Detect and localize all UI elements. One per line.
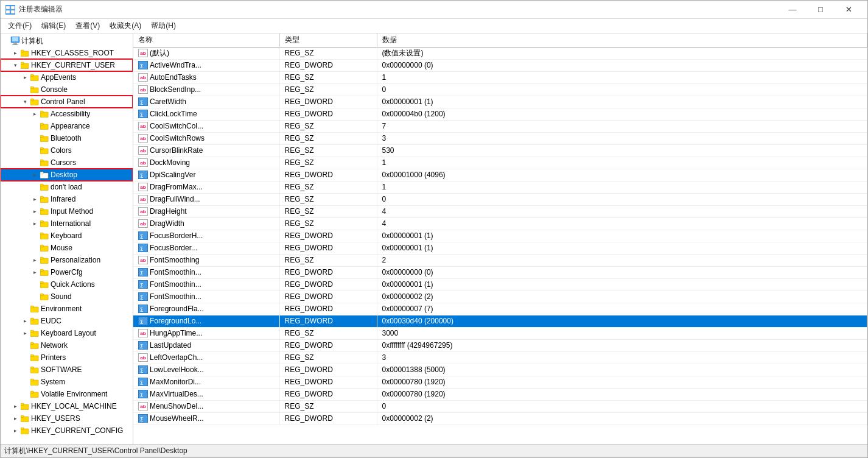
tree-node-Console[interactable]: Console <box>1 83 133 96</box>
table-row[interactable]: abFontSmoothingREG_SZ2 <box>133 254 867 266</box>
tree-node-International[interactable]: ▸ International <box>1 217 133 230</box>
tree-node-Accessibility[interactable]: ▸ Accessibility <box>1 108 133 120</box>
table-row[interactable]: ∑ CaretWidthREG_DWORD0x00000001 (1) <box>133 96 867 108</box>
expand-icon-EUDC[interactable]: ▸ <box>20 316 30 326</box>
expand-icon-System[interactable] <box>20 377 30 387</box>
expand-icon-QuickActions[interactable] <box>30 280 40 289</box>
tree-node-SOFTWARE[interactable]: SOFTWARE <box>1 364 133 376</box>
table-row[interactable]: ∑ FontSmoothin...REG_DWORD0x00000001 (1) <box>133 278 867 291</box>
table-row[interactable]: ∑ ForegroundFla...REG_DWORD0x00000007 (7… <box>133 303 867 315</box>
tree-node-VolatileEnvironment[interactable]: Volatile Environment <box>1 388 133 400</box>
table-row[interactable]: abDragFullWind...REG_SZ0 <box>133 193 867 205</box>
table-row[interactable]: abAutoEndTasksREG_SZ1 <box>133 71 867 83</box>
tree-node-dontload[interactable]: don't load <box>1 181 133 193</box>
expand-icon-Personalization[interactable]: ▸ <box>30 255 40 265</box>
expand-icon-HKEY_CLASSES_ROOT[interactable]: ▸ <box>10 48 20 58</box>
expand-icon-Desktop[interactable]: ▸ <box>30 170 40 180</box>
table-row[interactable]: abLeftOverlapCh...REG_SZ3 <box>133 351 867 364</box>
menu-item-E[interactable]: 编辑(E) <box>37 19 71 33</box>
table-row[interactable]: abHungAppTime...REG_SZ3000 <box>133 327 867 339</box>
expand-icon-PowerCfg[interactable]: ▸ <box>30 267 40 277</box>
table-row[interactable]: ∑ ClickLockTimeREG_DWORD0x000004b0 (1200… <box>133 108 867 120</box>
table-row[interactable]: ∑ MaxMonitorDi...REG_DWORD0x00000780 (19… <box>133 376 867 388</box>
menu-item-H[interactable]: 帮助(H) <box>146 19 181 33</box>
expand-icon-HKEY_LOCAL_MACHINE[interactable]: ▸ <box>10 401 20 411</box>
table-row[interactable]: ∑ FontSmoothin...REG_DWORD0x00000000 (0) <box>133 266 867 278</box>
expand-icon-Infrared[interactable]: ▸ <box>30 194 40 204</box>
tree-node-HKEY_CURRENT_CONFIG[interactable]: ▸ HKEY_CURRENT_CONFIG <box>1 425 133 437</box>
tree-node-PowerCfg[interactable]: ▸ PowerCfg <box>1 266 133 278</box>
tree-node-Desktop[interactable]: ▸ Desktop <box>1 169 133 181</box>
table-row[interactable]: abDockMovingREG_SZ1 <box>133 157 867 169</box>
expand-icon-AppEvents[interactable]: ▸ <box>20 72 30 82</box>
expand-icon-Sound[interactable] <box>30 292 40 301</box>
expand-icon-Console[interactable] <box>20 85 30 94</box>
expand-icon-ControlPanel[interactable]: ▾ <box>20 97 30 107</box>
expand-icon-International[interactable]: ▸ <box>30 219 40 228</box>
expand-icon-dontload[interactable] <box>30 182 40 192</box>
expand-icon-Keyboard[interactable] <box>30 231 40 241</box>
tree-pane[interactable]: 计算机▸ HKEY_CLASSES_ROOT▾ HKEY_CURRENT_USE… <box>1 33 133 444</box>
tree-node-Bluetooth[interactable]: Bluetooth <box>1 132 133 144</box>
table-row[interactable]: ∑ LowLevelHook...REG_DWORD0x00001388 (50… <box>133 364 867 376</box>
tree-node-AppEvents[interactable]: ▸ AppEvents <box>1 71 133 83</box>
expand-icon-Bluetooth[interactable] <box>30 133 40 143</box>
tree-node-Cursors[interactable]: Cursors <box>1 157 133 169</box>
tree-node-ControlPanel[interactable]: ▾ Control Panel <box>1 96 133 108</box>
tree-node-Keyboard[interactable]: Keyboard <box>1 230 133 242</box>
table-row[interactable]: abMenuShowDel...REG_SZ0 <box>133 400 867 412</box>
expand-icon-HKEY_USERS[interactable]: ▸ <box>10 414 20 423</box>
content-pane[interactable]: 名称 类型 数据 ab(默认)REG_SZ(数值未设置) ∑ ActiveWnd… <box>133 33 867 444</box>
expand-icon-Appearance[interactable] <box>30 121 40 131</box>
tree-node-HKEY_CLASSES_ROOT[interactable]: ▸ HKEY_CLASSES_ROOT <box>1 47 133 59</box>
tree-node-System[interactable]: System <box>1 376 133 388</box>
table-row[interactable]: ∑ FocusBorderH...REG_DWORD0x00000001 (1) <box>133 230 867 242</box>
table-row[interactable]: ∑ DpiScalingVerREG_DWORD0x00001000 (4096… <box>133 169 867 181</box>
tree-node-Mouse[interactable]: Mouse <box>1 242 133 254</box>
tree-node-Colors[interactable]: Colors <box>1 144 133 157</box>
expand-icon-Environment[interactable] <box>20 304 30 314</box>
expand-icon-HKEY_CURRENT_CONFIG[interactable]: ▸ <box>10 426 20 435</box>
table-row[interactable]: ∑ ForegroundLo...REG_DWORD0x00030d40 (20… <box>133 315 867 327</box>
table-row[interactable]: ∑ LastUpdatedREG_DWORD0xffffffff (429496… <box>133 339 867 351</box>
tree-node-Personalization[interactable]: ▸ Personalization <box>1 254 133 266</box>
expand-icon-Mouse[interactable] <box>30 243 40 253</box>
expand-icon-Accessibility[interactable]: ▸ <box>30 109 40 119</box>
tree-node-Environment[interactable]: Environment <box>1 303 133 315</box>
minimize-button[interactable]: — <box>779 1 807 19</box>
table-row[interactable]: ∑ MouseWheelR...REG_DWORD0x00000002 (2) <box>133 412 867 425</box>
menu-item-F[interactable]: 文件(F) <box>3 19 37 33</box>
expand-icon-InputMethod[interactable]: ▸ <box>30 206 40 216</box>
table-row[interactable]: ab(默认)REG_SZ(数值未设置) <box>133 47 867 59</box>
tree-node-HKEY_USERS[interactable]: ▸ HKEY_USERS <box>1 412 133 425</box>
menu-item-A[interactable]: 收藏夹(A) <box>105 19 146 33</box>
table-row[interactable]: abDragHeightREG_SZ4 <box>133 205 867 217</box>
expand-icon-HKEY_CURRENT_USER[interactable]: ▾ <box>10 60 20 70</box>
table-row[interactable]: abDragWidthREG_SZ4 <box>133 217 867 230</box>
expand-icon-computer[interactable] <box>1 36 10 46</box>
tree-node-KeyboardLayout[interactable]: ▸ Keyboard Layout <box>1 327 133 339</box>
table-row[interactable]: ∑ ActiveWndTra...REG_DWORD0x00000000 (0) <box>133 59 867 71</box>
menu-item-V[interactable]: 查看(V) <box>71 19 105 33</box>
close-button[interactable]: ✕ <box>835 1 863 19</box>
tree-node-computer[interactable]: 计算机 <box>1 35 133 47</box>
tree-node-Network[interactable]: Network <box>1 339 133 351</box>
tree-node-HKEY_LOCAL_MACHINE[interactable]: ▸ HKEY_LOCAL_MACHINE <box>1 400 133 412</box>
table-row[interactable]: ∑ FocusBorder...REG_DWORD0x00000001 (1) <box>133 242 867 254</box>
expand-icon-Printers[interactable] <box>20 353 30 362</box>
tree-node-Infrared[interactable]: ▸ Infrared <box>1 193 133 205</box>
tree-node-Printers[interactable]: Printers <box>1 351 133 364</box>
expand-icon-Cursors[interactable] <box>30 158 40 167</box>
tree-node-QuickActions[interactable]: Quick Actions <box>1 278 133 291</box>
table-row[interactable]: abBlockSendInp...REG_SZ0 <box>133 83 867 96</box>
table-row[interactable]: abCursorBlinkRateREG_SZ530 <box>133 144 867 157</box>
expand-icon-VolatileEnvironment[interactable] <box>20 389 30 399</box>
tree-node-Appearance[interactable]: Appearance <box>1 120 133 132</box>
maximize-button[interactable]: □ <box>807 1 835 19</box>
table-row[interactable]: ∑ MaxVirtualDes...REG_DWORD0x00000780 (1… <box>133 388 867 400</box>
expand-icon-KeyboardLayout[interactable]: ▸ <box>20 328 30 338</box>
tree-node-InputMethod[interactable]: ▸ Input Method <box>1 205 133 217</box>
tree-node-EUDC[interactable]: ▸ EUDC <box>1 315 133 327</box>
expand-icon-Network[interactable] <box>20 340 30 350</box>
table-row[interactable]: abCoolSwitchRowsREG_SZ3 <box>133 132 867 144</box>
